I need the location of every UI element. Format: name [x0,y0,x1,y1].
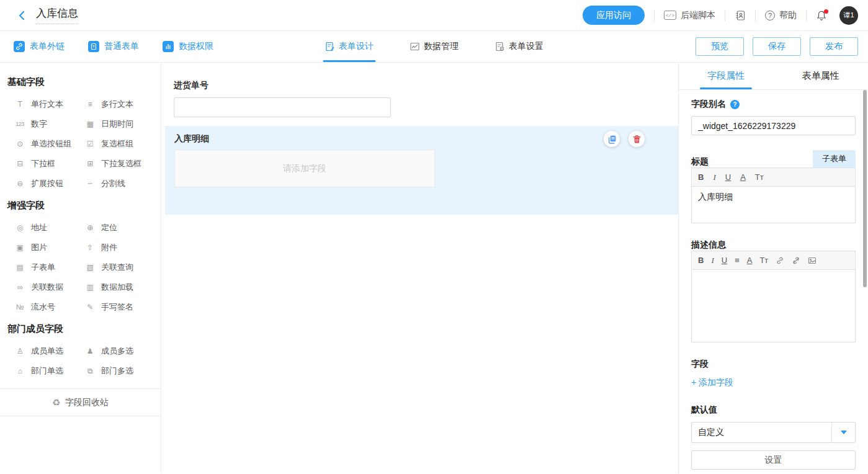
italic-icon[interactable]: I [711,256,714,264]
alias-help-icon[interactable]: ? [730,100,740,109]
align-icon[interactable]: ≡ [735,256,740,264]
chevron-down-icon [841,431,847,434]
sidebar-item-attachment[interactable]: ⇧附件 [84,238,161,257]
field-sidebar: 基础字段 T单行文本 ≡多行文本 123数字 ▦日期时间 ⊙单选按钮组 ☑复选框… [0,63,161,473]
selected-option: 自定义 [692,427,831,438]
tab-data-management[interactable]: 数据管理 [409,31,459,62]
number-icon: 123 [14,121,26,127]
section-title-dept-member-fields: 部门成员字段 [7,323,161,335]
main-layout: 基础字段 T单行文本 ≡多行文本 123数字 ▦日期时间 ⊙单选按钮组 ☑复选框… [0,63,868,473]
sidebar-item-datetime[interactable]: ▦日期时间 [84,114,161,134]
tab-field-properties[interactable]: 字段属性 [679,63,774,89]
dept-member-fields-grid: ♙成员单选 ♟成员多选 ⌂部门单选 ⧉部门多选 [14,341,161,381]
image-icon: ▣ [14,243,26,252]
data-management-icon [409,42,419,51]
linked-query-icon: ▧ [84,263,96,272]
sidebar-item-label: 数据加载 [101,282,133,293]
widget-actions [604,131,645,147]
bold-icon[interactable]: B [698,173,704,181]
bold-icon[interactable]: B [698,256,704,264]
subform-widget-selected[interactable]: 入库明细 请添加字段 [165,126,678,215]
question-icon: ? [765,11,775,20]
tab-form-settings[interactable]: 表单设置 [494,31,544,62]
description-editor-content[interactable] [692,270,855,342]
notification-bell-icon[interactable] [816,10,827,21]
panel-scrollbar[interactable] [863,90,867,287]
sidebar-item-linked-data[interactable]: ∞关联数据 [14,277,84,297]
sidebar-item-member-multi[interactable]: ♟成员多选 [84,341,161,361]
dropzone-placeholder: 请添加字段 [283,163,326,174]
sidebar-item-number[interactable]: 123数字 [14,114,84,134]
form-canvas: 进货单号 入库明细 请添加字段 [161,63,679,473]
title-label-row: 标题 子表单 [691,150,856,168]
sidebar-item-multi-line-text[interactable]: ≡多行文本 [84,94,161,114]
save-button[interactable]: 保存 [753,37,801,56]
help-label: 帮助 [779,10,797,21]
underline-icon[interactable]: U [722,256,727,264]
font-size-icon[interactable]: Tᴛ [755,173,764,181]
sidebar-item-serial-number[interactable]: №流水号 [14,297,84,317]
sidebar-item-member-single[interactable]: ♙成员单选 [14,341,84,361]
font-size-icon[interactable]: Tᴛ [759,256,768,264]
sidebar-item-label: 成员多选 [101,346,133,357]
remove-link-icon[interactable] [792,256,800,265]
sidebar-item-divider-line[interactable]: ╌分割线 [84,174,161,194]
default-value-label: 默认值 [691,405,856,416]
add-field-link[interactable]: + 添加字段 [691,377,733,388]
sidebar-item-location[interactable]: ⊕定位 [84,218,161,238]
sidebar-item-dept-single[interactable]: ⌂部门单选 [14,361,84,381]
backend-script-button[interactable]: </> 后端脚本 [664,10,715,21]
data-permission-button[interactable]: 数据权限 [163,41,213,52]
sidebar-item-label: 流水号 [31,302,55,313]
recycle-icon: ♻ [52,397,60,408]
default-value-select[interactable]: 自定义 [691,422,856,443]
pen-icon: ✎ [84,303,96,311]
sidebar-item-extend-button[interactable]: ⊖扩展按钮 [14,174,84,194]
sidebar-item-label: 扩展按钮 [31,178,63,189]
back-button[interactable] [16,10,27,21]
contacts-button[interactable] [735,10,746,21]
sidebar-item-label: 地址 [31,222,47,233]
preview-button[interactable]: 预览 [696,37,744,56]
italic-icon[interactable]: I [713,173,715,181]
tab-form-properties[interactable]: 表单属性 [774,63,868,89]
sidebar-item-image[interactable]: ▣图片 [14,238,84,257]
sidebar-item-single-line-text[interactable]: T单行文本 [14,94,84,114]
purchase-no-input[interactable] [174,97,391,117]
sidebar-item-data-load[interactable]: ▥数据加载 [84,277,161,297]
settings-button[interactable]: 设置 [691,450,856,470]
publish-button[interactable]: 发布 [810,37,858,56]
alias-input[interactable] [691,116,856,135]
user-avatar[interactable]: 谭1 [839,6,858,25]
sidebar-item-checkbox-group[interactable]: ☑复选框组 [84,134,161,154]
font-color-icon[interactable]: A [740,173,746,181]
field-recycle-bin-button[interactable]: ♻ 字段回收站 [0,388,161,416]
sidebar-item-radio-group[interactable]: ⊙单选按钮组 [14,134,84,154]
tab-form-design[interactable]: 表单设计 [324,31,374,62]
sidebar-item-signature[interactable]: ✎手写签名 [84,297,161,317]
sidebar-item-label: 成员单选 [31,346,63,357]
font-color-icon[interactable]: A [747,256,753,264]
insert-image-icon[interactable] [808,256,817,265]
chevron-left-icon [16,10,27,21]
sidebar-item-subform[interactable]: ▤子表单 [14,257,84,277]
sidebar-item-dropdown[interactable]: ⊟下拉框 [14,154,84,174]
app-access-button[interactable]: 应用访问 [583,6,645,25]
sidebar-item-address[interactable]: ◎地址 [14,218,84,238]
form-external-link-button[interactable]: 表单外链 [14,41,65,52]
sidebar-item-dept-multi[interactable]: ⧉部门多选 [84,361,161,381]
page-title[interactable]: 入库信息 [36,6,78,24]
copy-widget-button[interactable] [604,131,620,147]
sidebar-item-label: 数字 [31,118,47,130]
delete-widget-button[interactable] [629,131,645,147]
title-editor-content[interactable]: 入库明细 [692,187,855,223]
sidebar-item-linked-query[interactable]: ▧关联查询 [84,257,161,277]
insert-link-icon[interactable] [776,256,784,265]
sidebar-item-label: 分割线 [101,178,125,189]
help-button[interactable]: ? 帮助 [765,10,797,21]
normal-form-button[interactable]: 普通表单 [88,41,139,52]
underline-icon[interactable]: U [725,173,731,181]
sidebar-item-dropdown-multi[interactable]: ⊞下拉复选框 [84,154,161,174]
subform-dropzone[interactable]: 请添加字段 [174,150,435,187]
bar-chart-icon [163,41,174,52]
